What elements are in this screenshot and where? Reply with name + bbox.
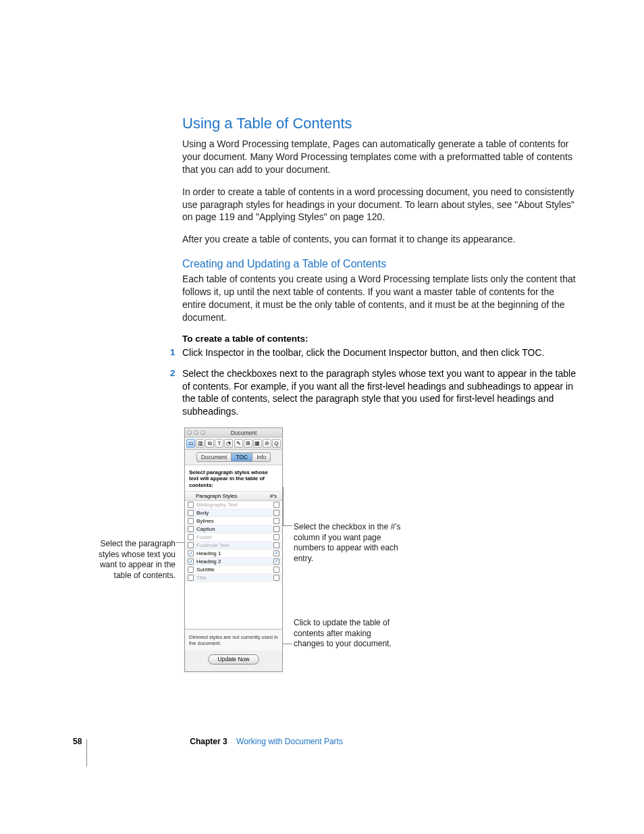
style-row: Footnote Text bbox=[185, 542, 282, 550]
inspector-tabs: Document TOC Info bbox=[185, 450, 282, 465]
style-row: Heading 1 bbox=[185, 550, 282, 558]
style-pagenum-checkbox[interactable] bbox=[273, 502, 279, 508]
style-include-checkbox[interactable] bbox=[188, 567, 194, 573]
style-name: Heading 2 bbox=[196, 558, 273, 565]
callout-right-numbers: Select the checkbox in the #'s column if… bbox=[294, 522, 402, 564]
inspector-instruction: Select paragraph styles whose text will … bbox=[185, 465, 282, 492]
text-inspector-icon[interactable]: T bbox=[215, 439, 223, 448]
style-pagenum-checkbox[interactable] bbox=[273, 575, 279, 581]
style-pagenum-checkbox[interactable] bbox=[273, 518, 279, 524]
heading-creating-toc: Creating and Updating a Table of Content… bbox=[182, 258, 576, 270]
intro-para-1: Using a Word Processing template, Pages … bbox=[182, 138, 576, 176]
style-include-checkbox[interactable] bbox=[188, 558, 194, 565]
style-include-checkbox[interactable] bbox=[188, 518, 194, 524]
heading-using-toc: Using a Table of Contents bbox=[182, 115, 576, 132]
inspector-panel: Document ▭ ▥ ⧉ T ◔ ✎ ⊞ ▦ ⊘ Q Document TO… bbox=[184, 427, 283, 672]
chapter-title: Working with Document Parts bbox=[236, 737, 343, 746]
style-include-checkbox[interactable] bbox=[188, 542, 194, 548]
chart-inspector-icon[interactable]: ▦ bbox=[253, 439, 262, 448]
style-row: Caption bbox=[185, 525, 282, 533]
style-name: Caption bbox=[196, 526, 273, 532]
style-name: Footnote Text bbox=[196, 542, 273, 548]
style-name: Footer bbox=[196, 534, 273, 540]
tab-document[interactable]: Document bbox=[196, 452, 232, 462]
style-row: Title bbox=[185, 574, 282, 582]
window-minimize-icon[interactable] bbox=[194, 430, 198, 435]
metrics-inspector-icon[interactable]: ✎ bbox=[234, 439, 243, 448]
callout-line-right1v bbox=[283, 487, 284, 526]
style-include-checkbox[interactable] bbox=[188, 575, 194, 581]
style-pagenum-checkbox[interactable] bbox=[273, 558, 279, 565]
style-name: Bibliography Text bbox=[196, 502, 273, 508]
style-include-checkbox[interactable] bbox=[188, 526, 194, 532]
style-include-checkbox[interactable] bbox=[188, 534, 194, 540]
table-inspector-icon[interactable]: ⊞ bbox=[244, 439, 252, 448]
chapter-label: Chapter 3 bbox=[190, 737, 227, 746]
inspector-titlebar: Document bbox=[185, 428, 282, 438]
styles-table-body: Bibliography TextBodyBylinesCaptionFoote… bbox=[185, 501, 282, 582]
intro-para-3: After you create a table of contents, yo… bbox=[182, 233, 576, 246]
callout-right-update: Click to update the table of contents af… bbox=[294, 618, 402, 650]
document-inspector-icon[interactable]: ▭ bbox=[186, 439, 195, 448]
steps-heading: To create a table of contents: bbox=[182, 334, 576, 344]
callout-left: Select the paragraph styles whose text y… bbox=[88, 539, 176, 581]
style-name: Body bbox=[196, 510, 273, 516]
intro-para-2: In order to create a table of contents i… bbox=[182, 186, 576, 224]
layout-inspector-icon[interactable]: ▥ bbox=[196, 439, 205, 448]
creating-para: Each table of contents you create using … bbox=[182, 273, 576, 324]
style-pagenum-checkbox[interactable] bbox=[273, 567, 279, 573]
page-footer: 58 Chapter 3 Working with Document Parts bbox=[73, 737, 343, 746]
style-row: Body bbox=[185, 509, 282, 517]
tab-toc[interactable]: TOC bbox=[232, 452, 252, 462]
step-2: Select the checkboxes next to the paragr… bbox=[182, 367, 576, 419]
callout-line-right1 bbox=[283, 525, 292, 526]
style-row: Bylines bbox=[185, 517, 282, 525]
style-pagenum-checkbox[interactable] bbox=[273, 542, 279, 548]
page-number: 58 bbox=[73, 737, 82, 746]
col-paragraph-styles: Paragraph Styles bbox=[196, 493, 267, 499]
style-include-checkbox[interactable] bbox=[188, 550, 194, 556]
style-include-checkbox[interactable] bbox=[188, 502, 194, 508]
style-include-checkbox[interactable] bbox=[188, 510, 194, 516]
step-1: Click Inspector in the toolbar, click th… bbox=[182, 346, 576, 359]
window-close-icon[interactable] bbox=[187, 430, 192, 435]
footer-divider bbox=[86, 739, 87, 766]
col-numbers: #'s bbox=[267, 493, 279, 499]
inspector-figure: Select the paragraph styles whose text y… bbox=[88, 427, 493, 672]
styles-table-header: Paragraph Styles #'s bbox=[185, 492, 282, 501]
style-pagenum-checkbox[interactable] bbox=[273, 534, 279, 540]
quicktime-inspector-icon[interactable]: Q bbox=[272, 439, 281, 448]
style-pagenum-checkbox[interactable] bbox=[273, 510, 279, 516]
style-name: Subtitle bbox=[196, 567, 273, 573]
style-row: Subtitle bbox=[185, 566, 282, 574]
link-inspector-icon[interactable]: ⊘ bbox=[263, 439, 271, 448]
graphic-inspector-icon[interactable]: ◔ bbox=[224, 439, 233, 448]
window-zoom-icon[interactable] bbox=[200, 430, 205, 435]
update-now-button[interactable]: Update Now bbox=[208, 654, 260, 664]
wrap-inspector-icon[interactable]: ⧉ bbox=[205, 439, 214, 448]
style-pagenum-checkbox[interactable] bbox=[273, 526, 279, 532]
style-row: Heading 2 bbox=[185, 558, 282, 566]
style-name: Heading 1 bbox=[196, 550, 273, 556]
inspector-title: Document bbox=[207, 429, 280, 436]
style-row: Footer bbox=[185, 533, 282, 542]
inspector-iconrow: ▭ ▥ ⧉ T ◔ ✎ ⊞ ▦ ⊘ Q bbox=[185, 438, 282, 450]
style-name: Title bbox=[196, 575, 273, 581]
tab-info[interactable]: Info bbox=[252, 452, 271, 462]
style-name: Bylines bbox=[196, 518, 273, 524]
style-row: Bibliography Text bbox=[185, 501, 282, 509]
dimmed-note: Dimmed styles are not currently used in … bbox=[185, 629, 282, 650]
style-pagenum-checkbox[interactable] bbox=[273, 550, 279, 556]
styles-table-empty bbox=[185, 582, 282, 629]
